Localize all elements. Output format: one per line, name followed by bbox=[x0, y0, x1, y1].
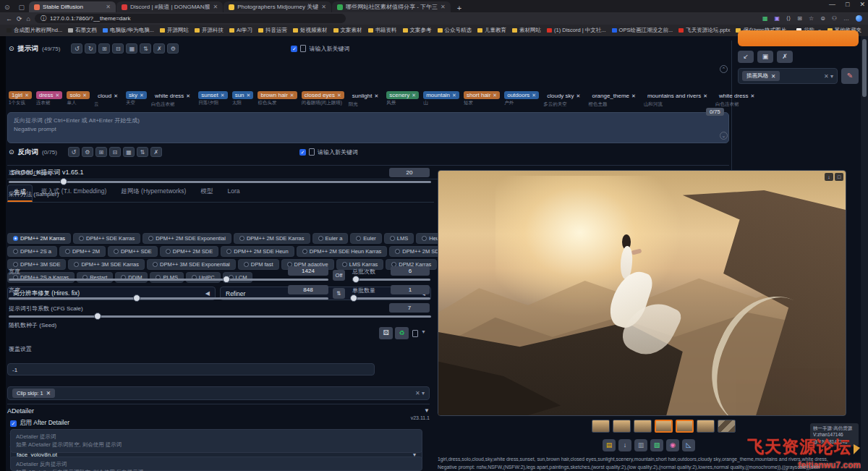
prompt-tag[interactable]: sunset✕日落/夕阳 bbox=[198, 91, 227, 108]
sampler-option[interactable]: PLMS bbox=[150, 272, 183, 283]
prompt-tag[interactable]: cloud✕云 bbox=[94, 91, 122, 108]
reuse-seed-button[interactable]: ♻ bbox=[395, 327, 409, 339]
refresh-icon[interactable]: ⟳ bbox=[17, 15, 22, 22]
bookmark-item[interactable]: (1) Discord | 中文社... bbox=[545, 26, 608, 35]
bookmark-item[interactable]: 开源科技 bbox=[192, 26, 226, 35]
remove-tag-icon[interactable]: ✕ bbox=[82, 93, 87, 98]
tag-pill[interactable]: white dress✕ bbox=[715, 91, 758, 101]
new-keyword-checkbox-row[interactable]: ✓ 请输入新关键词 bbox=[291, 45, 349, 53]
prompt-tag[interactable]: sun✕太阳 bbox=[232, 91, 254, 108]
styles-clear-dropdown[interactable]: ✕ ▾ bbox=[824, 73, 833, 80]
sampler-option[interactable]: DPM++ SDE bbox=[108, 246, 158, 257]
prompt-tag[interactable]: scenery✕风景 bbox=[386, 91, 419, 108]
collections-icon[interactable]: ⊜ bbox=[820, 15, 825, 22]
open-folder-button[interactable]: ▤ bbox=[603, 439, 616, 451]
sampler-option[interactable]: DPM++ 3M SDE Karras bbox=[68, 259, 145, 270]
tool-button-5[interactable]: ▦ bbox=[123, 147, 135, 157]
extension-icon-3[interactable]: ⟨⟩ bbox=[786, 15, 791, 22]
adetailer-negative-textarea[interactable]: ADetailer 反向提示词 如果 ADetailer 反向提示词留空, 则会… bbox=[10, 457, 422, 471]
tab-close-icon[interactable]: ✕ bbox=[441, 4, 446, 10]
remove-tag-icon[interactable]: ✕ bbox=[631, 93, 636, 99]
page-scrollbar[interactable] bbox=[861, 36, 868, 471]
new-keyword-checkbox-row[interactable]: ✓ 请输入新关键词 bbox=[299, 148, 358, 156]
back-icon[interactable]: ← bbox=[6, 15, 12, 22]
prompt-tag[interactable]: dress✕连衣裙 bbox=[36, 91, 62, 108]
tool-button-7[interactable]: ✗ bbox=[150, 147, 162, 157]
sampler-option[interactable]: DPM++ SDE Karras bbox=[73, 233, 140, 244]
tag-pill[interactable]: brown hair✕ bbox=[258, 91, 297, 99]
scrollbar-thumb[interactable] bbox=[862, 39, 867, 97]
browser-tab[interactable]: Stable Diffusion✕ bbox=[29, 1, 116, 12]
remove-tag-icon[interactable]: ✕ bbox=[337, 93, 341, 98]
thumbnail-1[interactable] bbox=[592, 420, 610, 433]
slider-thumb[interactable] bbox=[350, 294, 357, 302]
profile-icon[interactable]: ⚇ bbox=[832, 15, 837, 22]
batch-size-slider[interactable] bbox=[352, 297, 430, 300]
prompt-tag[interactable]: sky✕天空 bbox=[126, 91, 147, 108]
remove-tag-icon[interactable]: ✕ bbox=[452, 93, 456, 98]
remove-tag-icon[interactable]: ✕ bbox=[114, 93, 118, 99]
tag-pill[interactable]: sun✕ bbox=[232, 91, 254, 99]
copilot-icon[interactable] bbox=[856, 15, 862, 22]
tag-pill[interactable]: mountain✕ bbox=[423, 91, 459, 99]
sampler-option[interactable]: DPM++ 2M SDE Exponential bbox=[142, 233, 231, 244]
checkbox-checked-icon[interactable]: ✓ bbox=[299, 149, 306, 156]
remove-tag-icon[interactable]: ✕ bbox=[46, 390, 51, 396]
remove-tag-icon[interactable]: ✕ bbox=[771, 73, 775, 80]
prompt-tag[interactable]: sunlight✕阳光 bbox=[349, 91, 382, 108]
keyword-input-box[interactable] bbox=[300, 45, 306, 52]
collapse-icon[interactable]: ⊙ bbox=[9, 148, 14, 156]
fullscreen-icon[interactable]: □ bbox=[835, 173, 843, 181]
bookmark-item[interactable]: 抖音运营 bbox=[256, 26, 289, 35]
collapse-icon[interactable]: ⊙ bbox=[9, 45, 14, 52]
batch-count-value[interactable]: 6 bbox=[391, 266, 430, 276]
sampler-option[interactable]: DDIM bbox=[115, 272, 148, 283]
remove-tag-icon[interactable]: ✕ bbox=[247, 93, 251, 98]
tool-button-2[interactable]: ⚙ bbox=[82, 147, 93, 157]
tool-button-3[interactable]: ⊞ bbox=[98, 43, 110, 54]
remove-tag-icon[interactable]: ✕ bbox=[140, 93, 144, 98]
send-to-inpaint-button[interactable]: ◉ bbox=[666, 439, 679, 451]
bookmark-item[interactable]: 文案素材 bbox=[331, 26, 365, 35]
minimize-button[interactable]: — bbox=[829, 1, 835, 8]
tab-close-icon[interactable]: ✕ bbox=[213, 4, 218, 10]
slider-thumb[interactable] bbox=[223, 276, 230, 283]
slider-thumb[interactable] bbox=[94, 313, 101, 320]
new-tab-button[interactable]: + bbox=[451, 4, 467, 12]
tag-pill[interactable]: sunlight✕ bbox=[349, 91, 382, 101]
remove-tag-icon[interactable]: ✕ bbox=[374, 93, 378, 99]
tab-4[interactable]: Lora bbox=[221, 184, 245, 202]
edit-styles-button[interactable]: ✎ bbox=[841, 68, 859, 84]
adetailer-prompt-textarea[interactable]: ADetailer 提示词 如果 ADetailer 提示词留空, 则会使用 提… bbox=[10, 429, 422, 453]
prompt-tag[interactable]: short hair✕短发 bbox=[464, 91, 500, 108]
tool-button-4[interactable]: ⊟ bbox=[112, 43, 124, 54]
tag-pill[interactable]: scenery✕ bbox=[386, 91, 419, 99]
sampler-option[interactable]: UniPC bbox=[186, 272, 221, 283]
favorites-icon[interactable]: ☆ bbox=[809, 15, 814, 22]
prompt-tag[interactable]: solo✕单人 bbox=[67, 91, 90, 108]
prompt-tag[interactable]: closed eyes✕闭着眼睛(闭上眼睛) bbox=[302, 91, 344, 108]
bookmark-item[interactable]: 公众号精选 bbox=[435, 26, 475, 35]
seed-dropdown-icon[interactable]: ▼ bbox=[421, 329, 426, 334]
tool-button-3[interactable]: ⊞ bbox=[95, 147, 107, 157]
prompt-tag[interactable]: outdoors✕户外 bbox=[504, 91, 539, 108]
tool-button-6[interactable]: ⇅ bbox=[140, 43, 151, 54]
tab-close-icon[interactable]: ✕ bbox=[321, 4, 326, 10]
style-tag[interactable]: 插画风格✕ bbox=[742, 71, 780, 81]
override-tag[interactable]: Clip skip: 1✕ bbox=[12, 389, 55, 398]
height-value[interactable]: 848 bbox=[288, 285, 328, 294]
split-screen-icon[interactable]: ⊞ bbox=[797, 15, 802, 22]
bookmark-item[interactable]: 短视频素材 bbox=[291, 26, 330, 35]
steps-slider[interactable] bbox=[9, 181, 431, 183]
bookmark-item[interactable]: 石墨文档 bbox=[66, 26, 99, 35]
browser-tab[interactable]: 哪些网站社区素材值得分享 - 下午三✕ bbox=[332, 1, 451, 12]
tag-pill[interactable]: outdoors✕ bbox=[504, 91, 539, 99]
remove-tag-icon[interactable]: ✕ bbox=[186, 93, 190, 99]
bookmark-item[interactable]: 文案参考 bbox=[401, 26, 434, 35]
negative-prompt-textarea[interactable]: 反向提示词 (按 Ctrl+Enter 或 Alt+Enter 开始生成) Ne… bbox=[7, 112, 729, 143]
tag-pill[interactable]: orange_theme✕ bbox=[588, 91, 639, 101]
browser-tab[interactable]: Discord | #频道 | DONGMAN服✕ bbox=[116, 1, 223, 12]
sampler-option[interactable]: DPM++ 2M bbox=[59, 246, 106, 257]
checkbox-checked-icon[interactable]: ✓ bbox=[291, 46, 297, 52]
bookmark-item[interactable]: 合成图片教程网hd... bbox=[4, 26, 64, 35]
